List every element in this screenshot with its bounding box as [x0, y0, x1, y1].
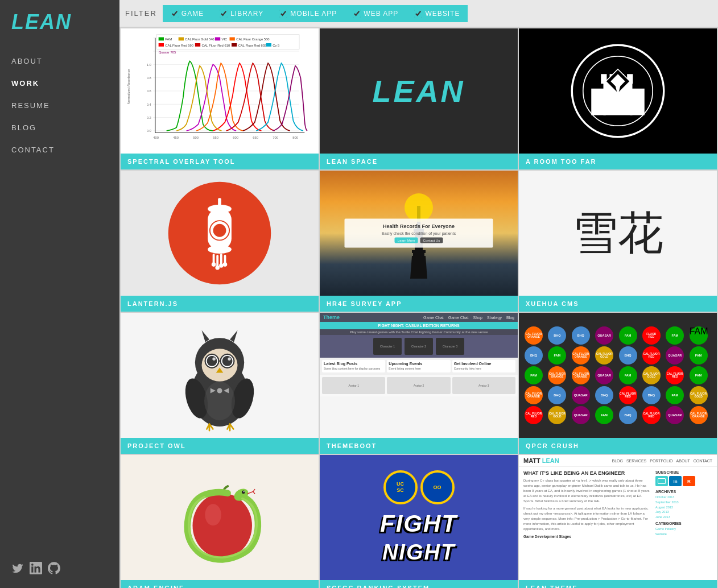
svg-rect-20: [195, 43, 200, 47]
adam-svg: [166, 463, 274, 572]
spectral-chart-svg: FAM CAL Fluor Gold 540 VIC CAL Fluor Ora…: [123, 31, 316, 151]
grid-item-qpcr[interactable]: CAL FLUORORANGE BHQ BHQ QUASAR FAM FLUOR…: [519, 313, 717, 454]
lean-theme-label: LEAN THEME: [519, 580, 717, 588]
linkedin-icon[interactable]: [30, 562, 42, 574]
svg-rect-10: [159, 38, 164, 41]
site-logo[interactable]: LEAN: [0, 0, 119, 44]
svg-text:0.0: 0.0: [147, 129, 152, 132]
svg-rect-66: [218, 198, 221, 212]
svg-text:450: 450: [173, 136, 179, 139]
filter-mobile-checkbox[interactable]: [279, 10, 287, 18]
filter-game-checkbox[interactable]: [171, 10, 179, 18]
social-links: [0, 550, 119, 586]
svg-text:CAL Fluor Orange 560: CAL Fluor Orange 560: [236, 38, 270, 41]
lean-space-label: LEAN SPACE: [320, 154, 518, 169]
svg-text:700: 700: [273, 136, 278, 139]
github-icon[interactable]: [48, 562, 60, 574]
svg-point-77: [222, 356, 233, 366]
qpcr-label: QPCR CRUSH: [519, 438, 717, 454]
svg-point-65: [223, 262, 228, 267]
svg-text:0.6: 0.6: [147, 89, 151, 93]
svg-text:Normalized Absorbance: Normalized Absorbance: [127, 69, 131, 104]
sidebar-item-blog[interactable]: BLOG: [0, 117, 119, 139]
filter-web-app[interactable]: WEB APP: [345, 5, 406, 22]
adam-label: ADAM ENGINE: [121, 580, 319, 588]
main-content: FILTER GAME LIBRARY MOBILE APP WEB APP W…: [119, 0, 718, 588]
sidebar-nav: ABOUT WORK RESUME BLOG CONTACT: [0, 50, 119, 161]
sidebar-item-work[interactable]: WORK: [0, 72, 119, 94]
svg-rect-18: [159, 43, 164, 47]
xuehua-chars: 雪花: [572, 210, 663, 256]
hr4e-label: HR4E SURVEY APP: [320, 296, 518, 312]
filter-website-checkbox[interactable]: [414, 10, 422, 18]
svg-point-91: [205, 504, 221, 525]
svg-point-89: [204, 382, 235, 420]
svg-text:CAL Fluor Red 610: CAL Fluor Red 610: [202, 44, 230, 47]
svg-point-94: [244, 491, 245, 492]
portfolio-grid: FAM CAL Fluor Gold 540 VIC CAL Fluor Ora…: [119, 27, 718, 588]
svg-text:CAL Fluor Red 590: CAL Fluor Red 590: [165, 44, 193, 47]
svg-text:550: 550: [213, 136, 218, 139]
svg-text:800: 800: [292, 136, 298, 139]
svg-point-64: [219, 263, 224, 268]
svg-point-82: [228, 358, 230, 361]
svg-rect-16: [230, 38, 235, 41]
svg-text:VIC: VIC: [222, 38, 228, 41]
svg-text:Quasar 705: Quasar 705: [159, 51, 176, 54]
grid-item-lantern[interactable]: LANTERN.JS: [121, 171, 319, 312]
filter-game[interactable]: GAME: [163, 5, 212, 22]
svg-point-81: [212, 358, 215, 361]
grid-item-owl[interactable]: PROJECT OWL: [121, 313, 319, 454]
svg-rect-14: [215, 38, 220, 41]
svg-point-68: [213, 224, 226, 237]
filter-mobile-app[interactable]: MOBILE APP: [271, 5, 345, 22]
svg-marker-71: [202, 330, 210, 342]
room-logo-svg: [570, 43, 666, 139]
twitter-icon[interactable]: [11, 562, 24, 574]
svg-rect-51: [591, 89, 606, 115]
lantern-svg: [166, 179, 274, 287]
scfgc-night-text: NIGHT: [382, 540, 455, 565]
svg-point-62: [212, 262, 216, 267]
svg-text:0.2: 0.2: [147, 116, 151, 119]
svg-point-76: [207, 356, 217, 366]
themeboot-label: THEMEBOOT: [320, 438, 518, 454]
grid-item-xuehua[interactable]: 雪花 XUEHUA CMS: [519, 171, 717, 312]
svg-text:650: 650: [253, 136, 258, 139]
svg-rect-60: [220, 254, 222, 264]
grid-item-spectral[interactable]: FAM CAL Fluor Gold 540 VIC CAL Fluor Ora…: [121, 28, 319, 169]
svg-text:1.0: 1.0: [147, 63, 152, 67]
owl-label: PROJECT OWL: [121, 438, 319, 454]
grid-item-lean-theme[interactable]: MATT LEAN BLOG SERVICES PORTFOLIO ABOUT …: [519, 455, 717, 588]
lean-space-text: LEAN: [373, 73, 465, 109]
scfgc-fight-text: FIGHT: [380, 510, 457, 537]
filter-website[interactable]: WEBSITE: [406, 5, 468, 22]
svg-rect-47: [601, 74, 606, 84]
svg-text:CAL Fluor Gold 540: CAL Fluor Gold 540: [185, 38, 214, 41]
svg-text:0.8: 0.8: [147, 76, 151, 80]
svg-text:500: 500: [193, 136, 199, 139]
grid-item-scfgc[interactable]: UCSC OO FIGHT NIGHT SCFGC RANKING SYSTEM: [320, 455, 518, 588]
svg-text:400: 400: [153, 136, 159, 139]
sidebar: LEAN ABOUT WORK RESUME BLOG CONTACT: [0, 0, 119, 588]
grid-item-lean-space[interactable]: LEAN LEAN SPACE: [320, 28, 518, 169]
sidebar-item-resume[interactable]: RESUME: [0, 94, 119, 117]
svg-rect-22: [232, 43, 237, 47]
grid-item-room[interactable]: A ROOM TOO FAR: [519, 28, 717, 169]
filter-webapp-checkbox[interactable]: [353, 10, 361, 18]
lantern-label: LANTERN.JS: [121, 296, 319, 312]
filter-library[interactable]: LIBRARY: [212, 5, 271, 22]
sidebar-item-about[interactable]: ABOUT: [0, 50, 119, 72]
xuehua-label: XUEHUA CMS: [519, 296, 717, 312]
grid-item-themeboot[interactable]: Theme Game Chat Game Chat Shop Strategy …: [320, 313, 518, 454]
sidebar-item-contact[interactable]: CONTACT: [0, 139, 119, 161]
filter-library-checkbox[interactable]: [220, 10, 228, 18]
svg-rect-59: [216, 255, 218, 267]
spectral-label: SPECTRAL OVERLAY TOOL: [121, 154, 319, 169]
svg-text:FAM: FAM: [165, 38, 172, 41]
grid-item-adam[interactable]: ADAM ENGINE: [121, 455, 319, 588]
grid-item-hr4e[interactable]: Health Records For Everyone Easily check…: [320, 171, 518, 312]
svg-text:CAL Fluor Red 635: CAL Fluor Red 635: [238, 44, 267, 47]
svg-rect-61: [224, 255, 226, 263]
owl-svg: [168, 318, 271, 432]
